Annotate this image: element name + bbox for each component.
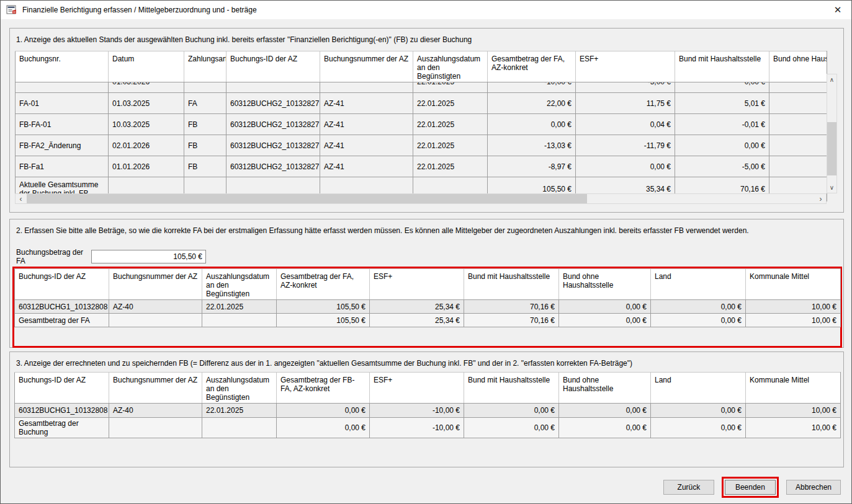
app-icon (6, 5, 17, 15)
column-header: Auszahlungsdatum an den Begünstigten (202, 373, 277, 404)
section-3-label: 3. Anzeige der errechneten und zu speich… (16, 359, 632, 368)
vertical-scroll-thumb[interactable] (827, 122, 836, 175)
table-header-row: Buchungs-ID der AZ Buchungsnummer der AZ… (15, 373, 841, 404)
scroll-right-icon[interactable]: › (815, 194, 826, 203)
back-button[interactable]: Zurück (663, 480, 714, 495)
finish-button[interactable]: Beenden (725, 480, 776, 495)
scroll-up-icon[interactable]: ∧ (827, 74, 836, 85)
amount-cell[interactable]: 70,16 € (464, 300, 559, 314)
scroll-down-icon[interactable]: ∨ (827, 182, 836, 193)
amount-cell[interactable]: 25,34 € (370, 300, 464, 314)
column-header: Datum (109, 51, 184, 82)
column-header: Buchungs-ID der AZ (15, 269, 109, 300)
dialog-window: Finanzielle Berichtigung erfassen / Mitt… (0, 0, 852, 504)
buchungsbetrag-input[interactable] (91, 250, 206, 263)
horizontal-scroll-thumb[interactable] (27, 194, 587, 203)
column-header: Bund ohne Haushaltsstelle (559, 373, 651, 404)
amount-cell[interactable]: 0,00 € (651, 300, 746, 314)
column-header: Land (651, 373, 746, 404)
vertical-scroll-track[interactable] (827, 85, 836, 182)
scroll-left-icon[interactable]: ‹ (16, 194, 26, 203)
column-header: ESF+ (370, 269, 464, 300)
column-header: Gesamtbetrag der FA, AZ-konkret (277, 269, 370, 300)
column-header: Buchungs-ID der AZ (15, 373, 109, 404)
column-header: Bund mit Haushaltsstelle (675, 51, 769, 82)
amount-cell[interactable]: 0,00 € (559, 300, 651, 314)
column-header: Buchungsnummer der AZ (109, 373, 202, 404)
table-row[interactable]: FB-FA-01 10.03.2025 FB 60312BUCHG2_10132… (16, 114, 827, 135)
column-header: ESF+ (576, 51, 675, 82)
column-header: Buchungsnummer der AZ (320, 51, 413, 82)
table-total-row: Gesamtbetrag der Buchung 0,00 € -10,00 €… (15, 418, 841, 438)
finish-button-highlight: Beenden (722, 477, 779, 498)
column-header: Zahlungsart (184, 51, 226, 82)
section-1-label: 1. Anzeige des aktuellen Stands der ausg… (16, 35, 472, 44)
table-header-row: Buchungsnr. Datum Zahlungsart Buchungs-I… (16, 51, 827, 82)
column-header: Buchungsnr. (16, 51, 109, 82)
table-row[interactable]: FA-01 01.03.2025 FA 60312BUCHG2_10132827… (16, 93, 827, 114)
column-header: Kommunale Mittel (746, 373, 841, 404)
section-2-label: 2. Erfassen Sie bitte alle Beträge, so w… (16, 226, 749, 235)
column-header: Bund mit Haushaltsstelle (464, 373, 559, 404)
horizontal-scrollbar[interactable]: ‹ › (15, 193, 827, 204)
column-header: Gesamtbetrag der FA, AZ-konkret (488, 51, 576, 82)
column-header: Auszahlungsdatum an den Begünstigten (202, 269, 277, 300)
amount-cell[interactable]: 10,00 € (746, 300, 841, 314)
table-header-row: Buchungs-ID der AZ Buchungsnummer der AZ… (15, 269, 841, 300)
column-header: Kommunale Mittel (746, 269, 841, 300)
buchungsbetrag-label: Buchungsbetrag der FA (16, 248, 91, 265)
amount-cell[interactable]: 105,50 € (277, 300, 370, 314)
column-header: ESF+ (370, 373, 464, 404)
horizontal-scroll-track[interactable] (26, 194, 815, 203)
column-header: Land (651, 269, 746, 300)
table-row[interactable]: FB-FA2_Änderung 02.01.2026 FB 60312BUCHG… (16, 135, 827, 156)
title-bar: Finanzielle Berichtigung erfassen / Mitt… (1, 1, 851, 19)
bookings-overview-table: Buchungsnr. Datum Zahlungsart Buchungs-I… (15, 51, 827, 201)
column-header: Buchungs-ID der AZ (226, 51, 320, 82)
highlighted-entry-area: Buchungs-ID der AZ Buchungsnummer der AZ… (12, 267, 842, 348)
cancel-button[interactable]: Abbrechen (786, 480, 841, 495)
table-row[interactable]: FB-Fa1 01.01.2026 FB 60312BUCHG2_1013282… (16, 156, 827, 177)
column-header: Gesamtbetrag der FB-FA, AZ-konkret (277, 373, 370, 404)
table-row-partial[interactable]: 01.03.2026 22.01.2025 -10,00 € -5,00 € 0… (16, 82, 827, 93)
section-3-groupbox: 3. Anzeige der errechneten und zu speich… (9, 351, 844, 467)
column-header: Bund ohne Haushaltsstelle (769, 51, 827, 82)
window-title: Finanzielle Berichtigung erfassen / Mitt… (22, 6, 257, 14)
table-total-row: Gesamtbetrag der FA 105,50 € 25,34 € 70,… (15, 314, 841, 327)
fb-result-table: Buchungs-ID der AZ Buchungsnummer der AZ… (14, 372, 841, 438)
section-1-groupbox: 1. Anzeige des aktuellen Stands der ausg… (9, 28, 844, 213)
column-header: Bund mit Haushaltsstelle (464, 269, 559, 300)
column-header: Buchungsnummer der AZ (109, 269, 202, 300)
close-icon[interactable]: ✕ (824, 1, 851, 19)
column-header: Auszahlungsdatum an den Begünstigten (413, 51, 488, 82)
footer-button-bar: Zurück Beenden Abbrechen (663, 477, 841, 498)
vertical-scrollbar[interactable]: ∧ ∨ (827, 74, 837, 193)
column-header: Bund ohne Haushaltsstelle (559, 269, 651, 300)
section-2-groupbox: 2. Erfassen Sie bitte alle Beträge, so w… (9, 219, 844, 348)
table-row: 60312BUCHG1_10132808 AZ-40 22.01.2025 10… (15, 300, 841, 314)
table-row: 60312BUCHG1_10132808 AZ-40 22.01.2025 0,… (15, 404, 841, 418)
fa-entry-table: Buchungs-ID der AZ Buchungsnummer der AZ… (14, 268, 841, 327)
